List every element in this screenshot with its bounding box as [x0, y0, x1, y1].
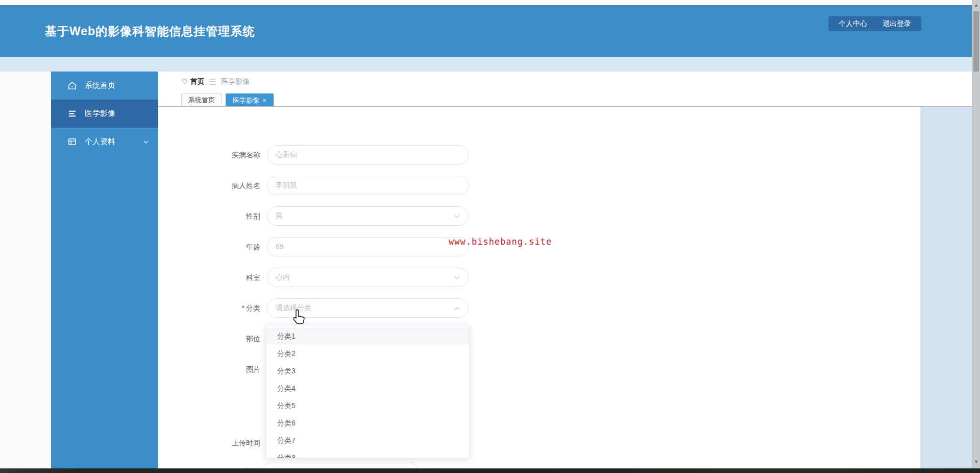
field-label: *分类 [168, 298, 260, 318]
breadcrumb-tabs-band: ♡ 首页 医学影像 系统首页 医学影像 × [158, 72, 972, 107]
category-dropdown: 分类1 分类2 分类3 分类4 分类5 分类6 分类7 分类8 [266, 325, 470, 458]
chevron-down-icon [454, 275, 460, 281]
breadcrumb: ♡ 首页 医学影像 [181, 76, 250, 87]
dropdown-option[interactable]: 分类1 [266, 327, 469, 345]
sidebar-nav: 系统首页 医学影像 个人资料 [51, 72, 158, 473]
gender-select[interactable]: 男 [267, 206, 469, 226]
dropdown-option[interactable]: 分类5 [266, 397, 469, 414]
age-input[interactable]: 69 [267, 237, 469, 256]
input-value: 心脏病 [276, 150, 297, 159]
dropdown-option[interactable]: 分类4 [266, 380, 469, 397]
scrollbar-thumb[interactable] [973, 11, 979, 72]
chevron-down-icon [454, 214, 460, 220]
dropdown-option[interactable]: 分类8 [266, 449, 469, 458]
dropdown-option[interactable]: 分类7 [266, 432, 469, 449]
menu-list-icon [67, 109, 77, 119]
department-select[interactable]: 心内 [267, 268, 469, 287]
app-header: 基于Web的影像科智能信息挂管理系统 [0, 5, 972, 57]
patient-name-input[interactable]: 李凯凯 [267, 176, 469, 195]
app-title: 基于Web的影像科智能信息挂管理系统 [45, 23, 255, 39]
breadcrumb-separator-icon [209, 77, 216, 86]
chevron-up-icon [454, 305, 460, 312]
chevron-down-icon [143, 139, 149, 145]
sidebar-item-label: 系统首页 [85, 81, 115, 90]
input-value: 李凯凯 [276, 181, 297, 190]
hand-cursor-icon [291, 309, 306, 326]
field-label: 图片 [168, 360, 260, 379]
breadcrumb-home-link[interactable]: ♡ 首页 [181, 77, 204, 86]
field-label: 疾病名称 [168, 145, 260, 164]
profile-center-button[interactable]: 个人中心 [839, 19, 867, 29]
open-tabs: 系统首页 医学影像 × [181, 93, 274, 107]
sidebar-item-home[interactable]: 系统首页 [51, 72, 158, 100]
watermark-text: www.bishebang.site [449, 236, 552, 247]
disease-name-input[interactable]: 心脏病 [267, 145, 469, 164]
page-background-right [920, 107, 972, 473]
scroll-up-icon[interactable]: ▲ [972, 1, 980, 9]
profile-card-icon [67, 137, 77, 147]
field-label: 上传时间 [168, 433, 260, 453]
field-label: 性别 [168, 206, 260, 226]
scroll-down-icon[interactable]: ▼ [972, 458, 980, 466]
tab-medical-images[interactable]: 医学影像 × [226, 93, 274, 107]
tab-system-home[interactable]: 系统首页 [181, 93, 222, 107]
sidebar-item-profile[interactable]: 个人资料 [51, 128, 158, 156]
input-value: 69 [276, 243, 284, 251]
dropdown-option[interactable]: 分类2 [266, 345, 469, 362]
logout-button[interactable]: 退出登录 [883, 19, 911, 29]
sidebar-item-label: 医学影像 [85, 109, 115, 119]
heart-icon: ♡ [181, 77, 188, 86]
select-value: 男 [276, 211, 283, 221]
header-sub-strip [0, 57, 972, 72]
left-gutter [0, 72, 51, 473]
select-value: 心内 [276, 273, 290, 282]
field-label: 部位 [168, 329, 260, 348]
sidebar-item-medical-images[interactable]: 医学影像 [51, 100, 158, 128]
required-asterisk: * [242, 304, 244, 312]
top-white-strip [0, 0, 972, 5]
field-label: 科室 [168, 268, 260, 287]
app-screen: 基于Web的影像科智能信息挂管理系统 个人中心 退出登录 系统首页 医学影像 个… [0, 0, 980, 473]
field-label: 年龄 [168, 237, 260, 256]
field-label: 病人姓名 [168, 176, 260, 195]
sidebar-item-label: 个人资料 [85, 137, 115, 147]
dropdown-option[interactable]: 分类6 [266, 414, 469, 432]
user-menu: 个人中心 退出登录 [828, 16, 921, 31]
close-icon[interactable]: × [262, 97, 266, 104]
breadcrumb-current: 医学影像 [221, 77, 250, 86]
taskbar-edge [0, 468, 980, 473]
dropdown-option[interactable]: 分类3 [266, 362, 469, 380]
home-icon [67, 81, 77, 90]
page-scrollbar: ▲ ▼ [972, 0, 980, 473]
